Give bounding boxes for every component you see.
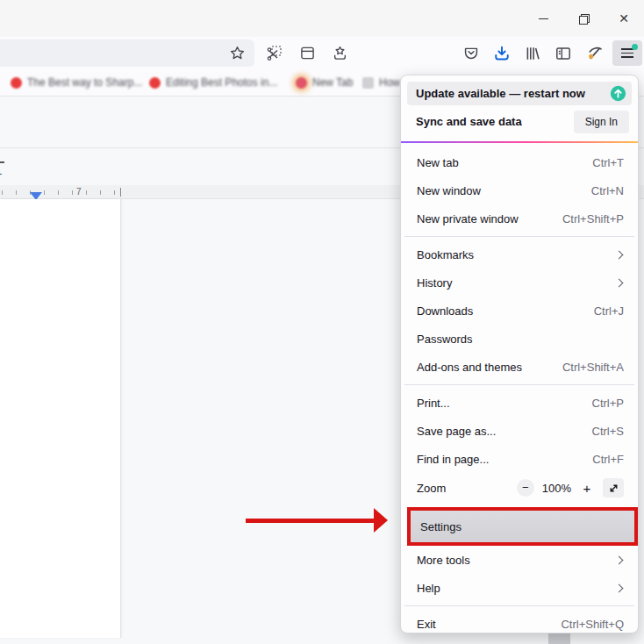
favicon-glow-dot bbox=[296, 77, 307, 89]
menu-item-history[interactable]: History bbox=[401, 268, 638, 297]
restore-button[interactable] bbox=[563, 3, 604, 34]
fullscreen-diagonal-icon bbox=[608, 483, 619, 494]
zoom-in-button[interactable]: + bbox=[579, 479, 595, 497]
menu-item-save-page-as[interactable]: Save page as... Ctrl+S bbox=[401, 417, 638, 445]
sign-in-button[interactable]: Sign In bbox=[574, 111, 629, 133]
titlebar: ✕ bbox=[0, 0, 644, 37]
menu-item-passwords[interactable]: Passwords bbox=[401, 325, 638, 353]
shortcut: Ctrl+P bbox=[592, 397, 624, 410]
margin-marker[interactable] bbox=[120, 188, 121, 197]
bookmark-label: Editing Best Photos in... bbox=[166, 76, 277, 89]
ruler-ticks bbox=[2, 190, 118, 195]
shortcut: Ctrl+J bbox=[594, 304, 624, 318]
ruler-number: 7 bbox=[75, 187, 83, 197]
shortcut: Ctrl+Shift+A bbox=[562, 361, 624, 374]
favicon-red-dot bbox=[149, 77, 161, 89]
url-bar[interactable] bbox=[0, 39, 254, 67]
menu-separator bbox=[404, 605, 634, 606]
pocket-icon[interactable] bbox=[459, 41, 483, 66]
shortcut: Ctrl+Shift+P bbox=[562, 212, 624, 225]
favicon-sketch bbox=[362, 77, 374, 89]
bookmark-item[interactable]: How bbox=[362, 74, 400, 91]
close-button[interactable]: ✕ bbox=[604, 3, 644, 34]
shortcut: Ctrl+N bbox=[591, 184, 624, 197]
menu-separator bbox=[404, 236, 634, 237]
favicon-red-dot bbox=[11, 77, 22, 89]
chevron-right-icon bbox=[615, 583, 624, 592]
sync-row: Sync and save data Sign In bbox=[401, 105, 638, 138]
menu-list: New tab Ctrl+T New window Ctrl+N New pri… bbox=[401, 143, 638, 642]
navigation-toolbar bbox=[0, 37, 644, 69]
container-box-icon[interactable] bbox=[295, 40, 319, 65]
extension-pickaxe-icon[interactable] bbox=[582, 41, 606, 66]
library-icon[interactable] bbox=[520, 41, 545, 66]
chevron-right-icon bbox=[615, 555, 624, 564]
document-page bbox=[0, 199, 121, 638]
annotation-arrow-shaft bbox=[246, 519, 376, 523]
menu-item-help[interactable]: Help bbox=[401, 574, 638, 602]
minimize-button[interactable] bbox=[523, 3, 563, 34]
shortcut: Ctrl+Shift+Q bbox=[561, 618, 624, 631]
bookmark-item[interactable]: Editing Best Photos in... bbox=[149, 74, 277, 91]
app-menu-panel: Update available — restart now Sync and … bbox=[400, 75, 639, 633]
menu-item-new-private-window[interactable]: New private window Ctrl+Shift+P bbox=[401, 204, 638, 233]
menu-item-addons-themes[interactable]: Add-ons and themes Ctrl+Shift+A bbox=[401, 353, 638, 381]
sidebar-icon[interactable] bbox=[551, 41, 576, 66]
close-icon: ✕ bbox=[619, 12, 629, 25]
menu-separator bbox=[404, 384, 634, 385]
zoom-out-button[interactable]: − bbox=[517, 479, 534, 497]
fullscreen-button[interactable] bbox=[603, 478, 624, 497]
menu-item-new-window[interactable]: New window Ctrl+N bbox=[401, 176, 638, 204]
menu-item-settings[interactable]: Settings bbox=[411, 511, 634, 542]
update-banner-label: Update available — restart now bbox=[416, 87, 610, 100]
bookmark-label: How bbox=[379, 76, 400, 89]
shortcut: Ctrl+F bbox=[592, 453, 624, 466]
chevron-right-icon bbox=[615, 250, 624, 259]
save-star-tray-icon[interactable] bbox=[327, 40, 352, 65]
shortcut: Ctrl+S bbox=[592, 425, 624, 438]
menu-item-print[interactable]: Print... Ctrl+P bbox=[401, 389, 638, 417]
update-arrow-icon bbox=[610, 85, 626, 102]
menu-hamburger-button[interactable] bbox=[612, 40, 642, 66]
menu-item-bookmarks[interactable]: Bookmarks bbox=[401, 240, 638, 268]
cutoff-plus-mark: + bbox=[0, 168, 2, 179]
shortcut: Ctrl+T bbox=[592, 156, 624, 169]
annotation-arrow-head bbox=[374, 508, 388, 533]
screenshot-scissors-icon[interactable] bbox=[262, 40, 287, 65]
bookmark-item[interactable]: The Best way to Sharp... bbox=[11, 74, 142, 91]
menu-item-more-tools[interactable]: More tools bbox=[401, 546, 638, 574]
bookmark-star-icon[interactable] bbox=[225, 41, 249, 66]
zoom-level[interactable]: 100% bbox=[542, 482, 571, 495]
menu-item-downloads[interactable]: Downloads Ctrl+J bbox=[401, 297, 638, 325]
update-banner[interactable]: Update available — restart now bbox=[407, 82, 632, 105]
minimize-icon bbox=[539, 18, 548, 19]
bookmark-label: New Tab bbox=[312, 76, 353, 89]
cutoff-toolbar-mark bbox=[0, 161, 4, 163]
restore-icon bbox=[579, 14, 588, 23]
menu-item-find-in-page[interactable]: Find in page... Ctrl+F bbox=[401, 445, 638, 473]
sync-label: Sync and save data bbox=[416, 115, 574, 128]
menu-item-exit[interactable]: Exit Ctrl+Shift+Q bbox=[401, 610, 638, 638]
chevron-right-icon bbox=[615, 278, 624, 287]
annotation-highlight-box: Settings bbox=[407, 507, 638, 546]
bookmark-item[interactable]: New Tab bbox=[296, 74, 353, 91]
update-badge-dot bbox=[632, 44, 638, 50]
downloads-icon[interactable] bbox=[490, 41, 514, 66]
menu-item-new-tab[interactable]: New tab Ctrl+T bbox=[401, 148, 638, 176]
bookmark-label: The Best way to Sharp... bbox=[27, 76, 142, 89]
menu-item-zoom: Zoom − 100% + bbox=[401, 473, 638, 503]
window-controls: ✕ bbox=[523, 0, 644, 37]
